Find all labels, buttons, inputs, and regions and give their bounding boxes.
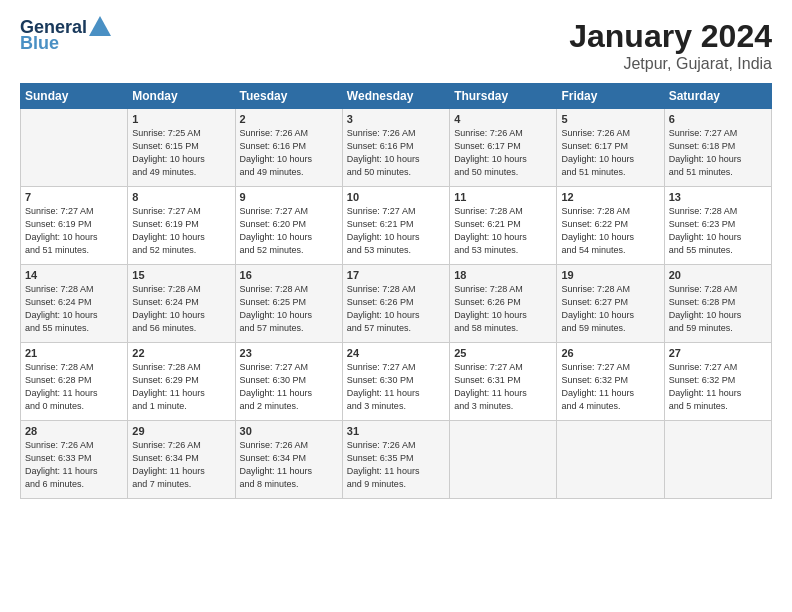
table-row: 23Sunrise: 7:27 AM Sunset: 6:30 PM Dayli… — [235, 343, 342, 421]
day-number: 29 — [132, 425, 230, 437]
table-row: 10Sunrise: 7:27 AM Sunset: 6:21 PM Dayli… — [342, 187, 449, 265]
table-row: 4Sunrise: 7:26 AM Sunset: 6:17 PM Daylig… — [450, 109, 557, 187]
table-row: 16Sunrise: 7:28 AM Sunset: 6:25 PM Dayli… — [235, 265, 342, 343]
day-info: Sunrise: 7:27 AM Sunset: 6:30 PM Dayligh… — [347, 361, 445, 413]
col-monday: Monday — [128, 84, 235, 109]
day-number: 13 — [669, 191, 767, 203]
day-info: Sunrise: 7:28 AM Sunset: 6:27 PM Dayligh… — [561, 283, 659, 335]
day-info: Sunrise: 7:28 AM Sunset: 6:26 PM Dayligh… — [454, 283, 552, 335]
day-info: Sunrise: 7:28 AM Sunset: 6:28 PM Dayligh… — [25, 361, 123, 413]
day-info: Sunrise: 7:26 AM Sunset: 6:16 PM Dayligh… — [347, 127, 445, 179]
day-number: 19 — [561, 269, 659, 281]
day-number: 20 — [669, 269, 767, 281]
day-number: 10 — [347, 191, 445, 203]
day-number: 25 — [454, 347, 552, 359]
day-info: Sunrise: 7:28 AM Sunset: 6:22 PM Dayligh… — [561, 205, 659, 257]
calendar-header-row: Sunday Monday Tuesday Wednesday Thursday… — [21, 84, 772, 109]
day-info: Sunrise: 7:28 AM Sunset: 6:26 PM Dayligh… — [347, 283, 445, 335]
day-number: 6 — [669, 113, 767, 125]
table-row: 14Sunrise: 7:28 AM Sunset: 6:24 PM Dayli… — [21, 265, 128, 343]
calendar-week-row: 14Sunrise: 7:28 AM Sunset: 6:24 PM Dayli… — [21, 265, 772, 343]
day-number: 14 — [25, 269, 123, 281]
col-sunday: Sunday — [21, 84, 128, 109]
day-info: Sunrise: 7:26 AM Sunset: 6:16 PM Dayligh… — [240, 127, 338, 179]
logo-text-line2: Blue — [20, 34, 59, 54]
day-info: Sunrise: 7:27 AM Sunset: 6:19 PM Dayligh… — [132, 205, 230, 257]
day-number: 28 — [25, 425, 123, 437]
day-info: Sunrise: 7:26 AM Sunset: 6:33 PM Dayligh… — [25, 439, 123, 491]
table-row: 1Sunrise: 7:25 AM Sunset: 6:15 PM Daylig… — [128, 109, 235, 187]
day-info: Sunrise: 7:27 AM Sunset: 6:31 PM Dayligh… — [454, 361, 552, 413]
logo: General Blue — [20, 18, 111, 54]
calendar-week-row: 21Sunrise: 7:28 AM Sunset: 6:28 PM Dayli… — [21, 343, 772, 421]
day-info: Sunrise: 7:27 AM Sunset: 6:19 PM Dayligh… — [25, 205, 123, 257]
day-info: Sunrise: 7:26 AM Sunset: 6:34 PM Dayligh… — [132, 439, 230, 491]
day-info: Sunrise: 7:28 AM Sunset: 6:28 PM Dayligh… — [669, 283, 767, 335]
day-number: 17 — [347, 269, 445, 281]
day-number: 4 — [454, 113, 552, 125]
table-row: 11Sunrise: 7:28 AM Sunset: 6:21 PM Dayli… — [450, 187, 557, 265]
day-info: Sunrise: 7:27 AM Sunset: 6:32 PM Dayligh… — [669, 361, 767, 413]
calendar-week-row: 1Sunrise: 7:25 AM Sunset: 6:15 PM Daylig… — [21, 109, 772, 187]
table-row — [557, 421, 664, 499]
day-info: Sunrise: 7:27 AM Sunset: 6:32 PM Dayligh… — [561, 361, 659, 413]
table-row: 6Sunrise: 7:27 AM Sunset: 6:18 PM Daylig… — [664, 109, 771, 187]
table-row: 21Sunrise: 7:28 AM Sunset: 6:28 PM Dayli… — [21, 343, 128, 421]
table-row: 12Sunrise: 7:28 AM Sunset: 6:22 PM Dayli… — [557, 187, 664, 265]
table-row — [664, 421, 771, 499]
table-row: 24Sunrise: 7:27 AM Sunset: 6:30 PM Dayli… — [342, 343, 449, 421]
day-info: Sunrise: 7:26 AM Sunset: 6:35 PM Dayligh… — [347, 439, 445, 491]
day-info: Sunrise: 7:28 AM Sunset: 6:25 PM Dayligh… — [240, 283, 338, 335]
calendar-table: Sunday Monday Tuesday Wednesday Thursday… — [20, 83, 772, 499]
day-info: Sunrise: 7:25 AM Sunset: 6:15 PM Dayligh… — [132, 127, 230, 179]
day-info: Sunrise: 7:26 AM Sunset: 6:17 PM Dayligh… — [454, 127, 552, 179]
col-wednesday: Wednesday — [342, 84, 449, 109]
day-number: 18 — [454, 269, 552, 281]
col-tuesday: Tuesday — [235, 84, 342, 109]
day-number: 15 — [132, 269, 230, 281]
table-row: 22Sunrise: 7:28 AM Sunset: 6:29 PM Dayli… — [128, 343, 235, 421]
day-info: Sunrise: 7:27 AM Sunset: 6:20 PM Dayligh… — [240, 205, 338, 257]
table-row: 30Sunrise: 7:26 AM Sunset: 6:34 PM Dayli… — [235, 421, 342, 499]
day-number: 12 — [561, 191, 659, 203]
day-number: 21 — [25, 347, 123, 359]
calendar-week-row: 7Sunrise: 7:27 AM Sunset: 6:19 PM Daylig… — [21, 187, 772, 265]
table-row: 19Sunrise: 7:28 AM Sunset: 6:27 PM Dayli… — [557, 265, 664, 343]
table-row: 17Sunrise: 7:28 AM Sunset: 6:26 PM Dayli… — [342, 265, 449, 343]
day-number: 3 — [347, 113, 445, 125]
title-block: January 2024 Jetpur, Gujarat, India — [569, 18, 772, 73]
day-info: Sunrise: 7:27 AM Sunset: 6:18 PM Dayligh… — [669, 127, 767, 179]
table-row: 15Sunrise: 7:28 AM Sunset: 6:24 PM Dayli… — [128, 265, 235, 343]
table-row: 26Sunrise: 7:27 AM Sunset: 6:32 PM Dayli… — [557, 343, 664, 421]
table-row: 28Sunrise: 7:26 AM Sunset: 6:33 PM Dayli… — [21, 421, 128, 499]
table-row: 2Sunrise: 7:26 AM Sunset: 6:16 PM Daylig… — [235, 109, 342, 187]
day-info: Sunrise: 7:28 AM Sunset: 6:23 PM Dayligh… — [669, 205, 767, 257]
table-row: 13Sunrise: 7:28 AM Sunset: 6:23 PM Dayli… — [664, 187, 771, 265]
col-saturday: Saturday — [664, 84, 771, 109]
table-row: 9Sunrise: 7:27 AM Sunset: 6:20 PM Daylig… — [235, 187, 342, 265]
day-number: 24 — [347, 347, 445, 359]
table-row: 5Sunrise: 7:26 AM Sunset: 6:17 PM Daylig… — [557, 109, 664, 187]
day-info: Sunrise: 7:28 AM Sunset: 6:29 PM Dayligh… — [132, 361, 230, 413]
page: General Blue January 2024 Jetpur, Gujara… — [0, 0, 792, 612]
day-info: Sunrise: 7:27 AM Sunset: 6:30 PM Dayligh… — [240, 361, 338, 413]
day-number: 7 — [25, 191, 123, 203]
table-row: 8Sunrise: 7:27 AM Sunset: 6:19 PM Daylig… — [128, 187, 235, 265]
header: General Blue January 2024 Jetpur, Gujara… — [20, 18, 772, 73]
day-number: 9 — [240, 191, 338, 203]
day-info: Sunrise: 7:28 AM Sunset: 6:24 PM Dayligh… — [25, 283, 123, 335]
table-row: 31Sunrise: 7:26 AM Sunset: 6:35 PM Dayli… — [342, 421, 449, 499]
day-number: 31 — [347, 425, 445, 437]
day-info: Sunrise: 7:27 AM Sunset: 6:21 PM Dayligh… — [347, 205, 445, 257]
table-row: 25Sunrise: 7:27 AM Sunset: 6:31 PM Dayli… — [450, 343, 557, 421]
day-info: Sunrise: 7:26 AM Sunset: 6:17 PM Dayligh… — [561, 127, 659, 179]
calendar-week-row: 28Sunrise: 7:26 AM Sunset: 6:33 PM Dayli… — [21, 421, 772, 499]
col-friday: Friday — [557, 84, 664, 109]
table-row: 20Sunrise: 7:28 AM Sunset: 6:28 PM Dayli… — [664, 265, 771, 343]
table-row: 3Sunrise: 7:26 AM Sunset: 6:16 PM Daylig… — [342, 109, 449, 187]
table-row — [450, 421, 557, 499]
day-number: 30 — [240, 425, 338, 437]
day-number: 1 — [132, 113, 230, 125]
svg-marker-0 — [89, 16, 111, 36]
day-number: 5 — [561, 113, 659, 125]
